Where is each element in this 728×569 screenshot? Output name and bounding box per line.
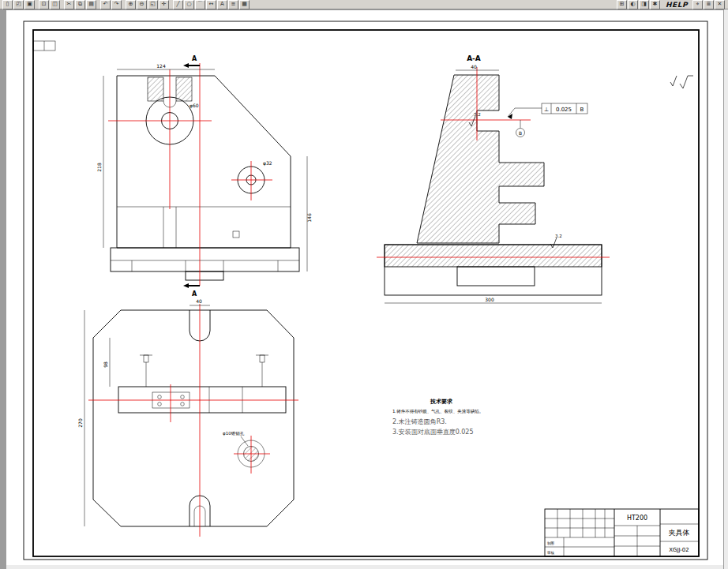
paper-sheet [6,10,723,566]
dim-front-left: 218 [96,163,102,172]
toolbar-icon-preview[interactable]: ◫ [50,0,60,9]
cad-application-window: { "colors": { "desktop": "#9c9c9c", "she… [0,0,728,569]
toolbar-icon-cut[interactable]: ✂ [64,0,74,9]
pin-hole-label: φ10锥销孔 [223,431,245,436]
toolbar-icon-text[interactable]: A [217,0,227,9]
toolbar-icon-plot[interactable]: ⊞ [617,0,627,9]
toolbar-group-right: ⌖≣✕ [692,0,726,9]
section-view-label: A-A [467,54,481,62]
dim-height: 270 [77,418,83,428]
toolbar-icon-line[interactable]: ╱ [173,0,183,9]
dim-section-base: 300 [485,297,494,302]
dim-step: 98 [103,361,108,368]
drawing-canvas[interactable]: A A 124 218 146 φ60 φ32 A-A [0,0,728,569]
dim-bore-small: φ32 [263,160,272,167]
toolbar-icon-zoom-in[interactable]: ⊕ [126,0,136,9]
toolbar-icon-layers[interactable]: ≡ [228,0,238,9]
dim-section-top: 40 [471,64,477,69]
toolbar-icon-new[interactable]: ▯ [2,0,13,9]
toolbar-icon-options[interactable]: ✱ [650,0,660,9]
title-block-material: HT200 [627,515,647,522]
section-arrow-label-top: A [192,55,197,62]
dim-front-right: 146 [306,213,312,223]
finish-top-value: 3.2 [474,112,481,117]
toolbar-icon-close[interactable]: ✕ [715,0,725,9]
tolerance-datum-ref: B [580,107,584,113]
tech-req-title: 技术要求 [430,398,453,405]
toolbar-icon-pan[interactable]: ✛ [159,0,169,9]
toolbar-icon-arc[interactable]: ⌒ [195,0,205,9]
toolbar-icon-circle[interactable]: ○ [184,0,194,9]
toolbar-icon-copy[interactable]: ⧉ [75,0,85,9]
toolbar-icon-render[interactable]: ◐ [628,0,638,9]
toolbar: ▯◰▣⊡◫✂⧉▤↶↷⊕⊖◱✛╱○⌒↔A≡▦ ⊞◐◨✱ HELP ⌖≣✕ [0,0,728,9]
toolbar-icon-dimension[interactable]: ↔ [206,0,216,9]
datum-label: B [519,130,522,136]
toolbar-group-mid: ⊞◐◨✱ [617,0,661,9]
tech-req-line2: 2.未注铸造圆角R3. [392,418,447,425]
toolbar-icon-paste[interactable]: ▤ [86,0,96,9]
dim-slot: 40 [196,298,202,304]
toolbar-icon-zoom-window[interactable]: ◱ [148,0,158,9]
toolbar-icon-redo[interactable]: ↷ [111,0,122,9]
section-arrow-label-bottom: A [192,290,197,298]
horizontal-scrollbar[interactable] [6,565,723,569]
title-block-drawing-no: XGJJ-02 [669,547,689,553]
title-block-draw-label: 制图 [547,541,554,545]
toolbar-icon-object-snap[interactable]: ⌖ [692,0,703,9]
toolbar-icon-undo[interactable]: ↶ [100,0,111,9]
title-block-part-name: 夹具体 [669,529,690,537]
tech-req-line3: 3.安装面对底面垂直度0.025 [392,429,474,436]
finish-base-value: 3.2 [555,234,562,238]
tech-req-line1: 1.铸件不得有砂眼、气孔、裂纹、夹渣等缺陷。 [392,409,483,414]
vertical-scrollbar[interactable] [723,0,728,569]
dim-bore-large: φ60 [190,103,199,109]
toolbar-icon-grid[interactable]: ▦ [239,0,250,9]
tolerance-symbol: ⊥ [544,107,549,113]
title-block-check-label: 审核 [547,551,555,555]
help-logo[interactable]: HELP [666,1,688,9]
dim-front-top: 124 [156,63,166,69]
toolbar-icon-views[interactable]: ◨ [639,0,649,9]
toolbar-icon-zoom-out[interactable]: ⊖ [137,0,147,9]
toolbar-group-left: ▯◰▣⊡◫✂⧉▤↶↷⊕⊖◱✛╱○⌒↔A≡▦ [2,0,250,9]
tolerance-value: 0.025 [556,107,572,113]
toolbar-icon-save[interactable]: ▣ [24,0,35,9]
toolbar-icon-properties[interactable]: ≣ [704,0,714,9]
toolbar-icon-print[interactable]: ⊡ [39,0,49,9]
toolbar-icon-open[interactable]: ◰ [13,0,24,9]
